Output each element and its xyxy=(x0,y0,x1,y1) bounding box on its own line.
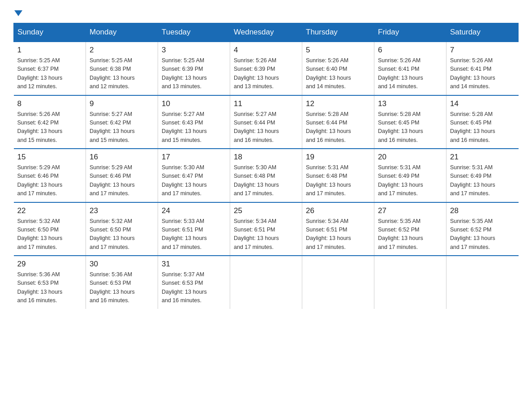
calendar-day-cell: 29 Sunrise: 5:36 AM Sunset: 6:53 PM Dayl… xyxy=(14,256,86,309)
calendar-day-cell: 7 Sunrise: 5:26 AM Sunset: 6:41 PM Dayli… xyxy=(446,42,519,95)
weekday-header-saturday: Saturday xyxy=(446,23,519,42)
day-number: 2 xyxy=(90,46,154,55)
day-number: 14 xyxy=(450,99,515,108)
calendar-table: SundayMondayTuesdayWednesdayThursdayFrid… xyxy=(13,23,519,309)
calendar-day-cell: 27 Sunrise: 5:35 AM Sunset: 6:52 PM Dayl… xyxy=(374,202,446,256)
day-info: Sunrise: 5:36 AM Sunset: 6:53 PM Dayligh… xyxy=(90,270,154,305)
calendar-day-cell: 14 Sunrise: 5:28 AM Sunset: 6:45 PM Dayl… xyxy=(446,95,519,149)
day-info: Sunrise: 5:29 AM Sunset: 6:46 PM Dayligh… xyxy=(17,163,82,198)
day-info: Sunrise: 5:28 AM Sunset: 6:45 PM Dayligh… xyxy=(450,110,515,145)
day-number: 28 xyxy=(450,206,515,215)
day-info: Sunrise: 5:34 AM Sunset: 6:51 PM Dayligh… xyxy=(306,217,370,252)
calendar-day-cell: 24 Sunrise: 5:33 AM Sunset: 6:51 PM Dayl… xyxy=(158,202,230,256)
logo-triangle-icon xyxy=(14,10,22,16)
calendar-day-cell: 21 Sunrise: 5:31 AM Sunset: 6:49 PM Dayl… xyxy=(446,149,519,202)
day-number: 20 xyxy=(378,153,442,162)
day-number: 22 xyxy=(17,206,82,215)
calendar-day-cell: 28 Sunrise: 5:35 AM Sunset: 6:52 PM Dayl… xyxy=(446,202,519,256)
calendar-day-cell: 11 Sunrise: 5:27 AM Sunset: 6:44 PM Dayl… xyxy=(230,95,302,149)
day-number: 10 xyxy=(162,99,226,108)
day-info: Sunrise: 5:33 AM Sunset: 6:51 PM Dayligh… xyxy=(162,217,226,252)
day-number: 16 xyxy=(90,153,154,162)
day-number: 18 xyxy=(234,153,298,162)
day-number: 31 xyxy=(162,260,226,269)
day-info: Sunrise: 5:29 AM Sunset: 6:46 PM Dayligh… xyxy=(90,163,154,198)
day-info: Sunrise: 5:26 AM Sunset: 6:41 PM Dayligh… xyxy=(378,56,442,91)
calendar-day-cell: 10 Sunrise: 5:27 AM Sunset: 6:43 PM Dayl… xyxy=(158,95,230,149)
day-info: Sunrise: 5:35 AM Sunset: 6:52 PM Dayligh… xyxy=(378,217,442,252)
day-info: Sunrise: 5:31 AM Sunset: 6:49 PM Dayligh… xyxy=(450,163,515,198)
day-number: 24 xyxy=(162,206,226,215)
weekday-header-row: SundayMondayTuesdayWednesdayThursdayFrid… xyxy=(14,23,519,42)
weekday-header-tuesday: Tuesday xyxy=(158,23,230,42)
day-number: 1 xyxy=(17,46,82,55)
calendar-day-cell: 16 Sunrise: 5:29 AM Sunset: 6:46 PM Dayl… xyxy=(86,149,158,202)
day-info: Sunrise: 5:25 AM Sunset: 6:39 PM Dayligh… xyxy=(162,56,226,91)
day-info: Sunrise: 5:27 AM Sunset: 6:44 PM Dayligh… xyxy=(234,110,298,145)
day-info: Sunrise: 5:37 AM Sunset: 6:53 PM Dayligh… xyxy=(162,270,226,305)
day-info: Sunrise: 5:26 AM Sunset: 6:41 PM Dayligh… xyxy=(450,56,515,91)
day-info: Sunrise: 5:31 AM Sunset: 6:48 PM Dayligh… xyxy=(306,163,370,198)
calendar-week-row: 29 Sunrise: 5:36 AM Sunset: 6:53 PM Dayl… xyxy=(14,256,519,309)
calendar-day-cell: 3 Sunrise: 5:25 AM Sunset: 6:39 PM Dayli… xyxy=(158,42,230,95)
day-info: Sunrise: 5:30 AM Sunset: 6:47 PM Dayligh… xyxy=(162,163,226,198)
day-info: Sunrise: 5:27 AM Sunset: 6:42 PM Dayligh… xyxy=(90,110,154,145)
day-number: 19 xyxy=(306,153,370,162)
weekday-header-monday: Monday xyxy=(86,23,158,42)
day-info: Sunrise: 5:28 AM Sunset: 6:44 PM Dayligh… xyxy=(306,110,370,145)
calendar-day-cell: 1 Sunrise: 5:25 AM Sunset: 6:37 PM Dayli… xyxy=(14,42,86,95)
calendar-day-cell: 18 Sunrise: 5:30 AM Sunset: 6:48 PM Dayl… xyxy=(230,149,302,202)
weekday-header-thursday: Thursday xyxy=(302,23,374,42)
weekday-header-wednesday: Wednesday xyxy=(230,23,302,42)
day-info: Sunrise: 5:34 AM Sunset: 6:51 PM Dayligh… xyxy=(234,217,298,252)
calendar-day-cell: 25 Sunrise: 5:34 AM Sunset: 6:51 PM Dayl… xyxy=(230,202,302,256)
day-number: 26 xyxy=(306,206,370,215)
calendar-week-row: 22 Sunrise: 5:32 AM Sunset: 6:50 PM Dayl… xyxy=(14,202,519,256)
day-info: Sunrise: 5:27 AM Sunset: 6:43 PM Dayligh… xyxy=(162,110,226,145)
calendar-day-cell: 19 Sunrise: 5:31 AM Sunset: 6:48 PM Dayl… xyxy=(302,149,374,202)
page-header xyxy=(13,9,519,15)
calendar-day-cell xyxy=(302,256,374,309)
day-number: 3 xyxy=(162,46,226,55)
calendar-day-cell: 15 Sunrise: 5:29 AM Sunset: 6:46 PM Dayl… xyxy=(14,149,86,202)
day-number: 6 xyxy=(378,46,442,55)
calendar-week-row: 15 Sunrise: 5:29 AM Sunset: 6:46 PM Dayl… xyxy=(14,149,519,202)
day-info: Sunrise: 5:32 AM Sunset: 6:50 PM Dayligh… xyxy=(90,217,154,252)
day-number: 29 xyxy=(17,260,82,269)
weekday-header-sunday: Sunday xyxy=(14,23,86,42)
calendar-day-cell: 26 Sunrise: 5:34 AM Sunset: 6:51 PM Dayl… xyxy=(302,202,374,256)
day-number: 27 xyxy=(378,206,442,215)
calendar-day-cell: 31 Sunrise: 5:37 AM Sunset: 6:53 PM Dayl… xyxy=(158,256,230,309)
calendar-day-cell: 17 Sunrise: 5:30 AM Sunset: 6:47 PM Dayl… xyxy=(158,149,230,202)
calendar-day-cell: 20 Sunrise: 5:31 AM Sunset: 6:49 PM Dayl… xyxy=(374,149,446,202)
day-number: 23 xyxy=(90,206,154,215)
day-number: 9 xyxy=(90,99,154,108)
day-number: 15 xyxy=(17,153,82,162)
calendar-day-cell: 30 Sunrise: 5:36 AM Sunset: 6:53 PM Dayl… xyxy=(86,256,158,309)
day-info: Sunrise: 5:36 AM Sunset: 6:53 PM Dayligh… xyxy=(17,270,82,305)
day-info: Sunrise: 5:26 AM Sunset: 6:42 PM Dayligh… xyxy=(17,110,82,145)
calendar-day-cell: 13 Sunrise: 5:28 AM Sunset: 6:45 PM Dayl… xyxy=(374,95,446,149)
day-info: Sunrise: 5:31 AM Sunset: 6:49 PM Dayligh… xyxy=(378,163,442,198)
day-number: 4 xyxy=(234,46,298,55)
day-info: Sunrise: 5:28 AM Sunset: 6:45 PM Dayligh… xyxy=(378,110,442,145)
day-info: Sunrise: 5:26 AM Sunset: 6:39 PM Dayligh… xyxy=(234,56,298,91)
day-info: Sunrise: 5:35 AM Sunset: 6:52 PM Dayligh… xyxy=(450,217,515,252)
day-number: 25 xyxy=(234,206,298,215)
calendar-day-cell: 22 Sunrise: 5:32 AM Sunset: 6:50 PM Dayl… xyxy=(14,202,86,256)
day-number: 17 xyxy=(162,153,226,162)
day-number: 7 xyxy=(450,46,515,55)
calendar-day-cell: 5 Sunrise: 5:26 AM Sunset: 6:40 PM Dayli… xyxy=(302,42,374,95)
day-number: 30 xyxy=(90,260,154,269)
day-number: 5 xyxy=(306,46,370,55)
day-info: Sunrise: 5:26 AM Sunset: 6:40 PM Dayligh… xyxy=(306,56,370,91)
day-number: 21 xyxy=(450,153,515,162)
calendar-day-cell: 2 Sunrise: 5:25 AM Sunset: 6:38 PM Dayli… xyxy=(86,42,158,95)
calendar-day-cell: 12 Sunrise: 5:28 AM Sunset: 6:44 PM Dayl… xyxy=(302,95,374,149)
day-number: 8 xyxy=(17,99,82,108)
day-info: Sunrise: 5:30 AM Sunset: 6:48 PM Dayligh… xyxy=(234,163,298,198)
day-info: Sunrise: 5:25 AM Sunset: 6:37 PM Dayligh… xyxy=(17,56,82,91)
calendar-week-row: 1 Sunrise: 5:25 AM Sunset: 6:37 PM Dayli… xyxy=(14,42,519,95)
calendar-week-row: 8 Sunrise: 5:26 AM Sunset: 6:42 PM Dayli… xyxy=(14,95,519,149)
logo-general-text xyxy=(13,9,22,15)
